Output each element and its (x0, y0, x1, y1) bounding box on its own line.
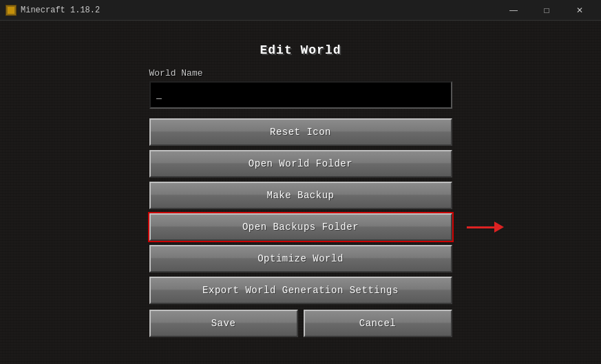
dialog-title: Edit World (260, 43, 341, 57)
arrow-indicator (467, 222, 504, 233)
world-name-label: World Name (149, 68, 203, 78)
arrow-shaft (467, 226, 494, 228)
reset-icon-button[interactable]: Reset Icon (149, 118, 452, 146)
maximize-button[interactable]: □ (531, 0, 562, 21)
optimize-world-button[interactable]: Optimize World (149, 245, 452, 272)
dialog-content: Edit World World Name Reset Icon Open Wo… (149, 43, 452, 341)
bottom-buttons: Save Cancel (149, 310, 452, 341)
close-button[interactable]: ✕ (564, 0, 595, 21)
titlebar-controls: — □ ✕ (498, 0, 595, 21)
world-name-input[interactable] (149, 81, 452, 109)
save-button[interactable]: Save (149, 310, 298, 337)
open-world-folder-button[interactable]: Open World Folder (149, 150, 452, 178)
minimize-button[interactable]: — (498, 0, 529, 21)
make-backup-button[interactable]: Make Backup (149, 182, 452, 209)
open-backups-row: Open Backups Folder (149, 213, 452, 241)
export-world-gen-button[interactable]: Export World Generation Settings (149, 277, 452, 304)
arrow-head (494, 222, 504, 233)
open-backups-folder-button[interactable]: Open Backups Folder (149, 213, 452, 241)
cancel-button[interactable]: Cancel (304, 310, 452, 337)
titlebar-title: Minecraft 1.18.2 (21, 6, 498, 15)
app-icon (6, 5, 17, 16)
titlebar: Minecraft 1.18.2 — □ ✕ (0, 0, 601, 21)
edit-world-dialog: Edit World World Name Reset Icon Open Wo… (0, 21, 601, 364)
